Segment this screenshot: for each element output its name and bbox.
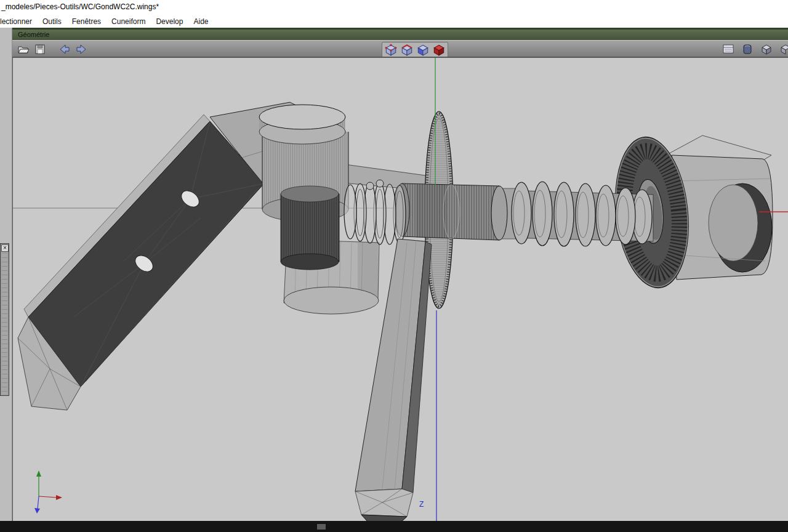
toolbar-left-group: [16, 42, 89, 56]
edge-mode-button[interactable]: [400, 42, 414, 57]
window-title: _modeles/Pieces-Outils/WC/GondWC2C.wings…: [0, 0, 788, 15]
menu-item-cuneiform[interactable]: Cuneiform: [111, 17, 145, 26]
toolbar-right-group: [721, 42, 788, 56]
menu-item-outils[interactable]: Outils: [42, 17, 62, 26]
taskbar-item[interactable]: [317, 524, 326, 530]
z-axis-label: Z: [419, 500, 424, 509]
clipped-cube-icon: [779, 43, 788, 55]
body-mode-cube-icon: [432, 43, 446, 57]
selection-mode-group: [382, 42, 448, 57]
side-palette-window: ×: [0, 243, 9, 396]
view-options-button[interactable]: [721, 42, 736, 56]
wire-cube-icon: [760, 43, 773, 55]
vertex-mode-button[interactable]: [384, 42, 398, 57]
viewport-canvas[interactable]: Z: [12, 57, 788, 521]
geometry-window-titlebar[interactable]: Géométrie: [12, 30, 788, 40]
save-button[interactable]: [33, 42, 47, 56]
save-floppy-icon: [34, 43, 46, 55]
palette-rows[interactable]: [2, 254, 7, 394]
body-mode-button[interactable]: [432, 42, 446, 57]
edge-mode-cube-icon: [400, 43, 414, 57]
menu-bar: lectionner Outils Fenêtres Cuneiform Dev…: [0, 15, 788, 28]
menu-item-fenetres[interactable]: Fenêtres: [72, 17, 101, 26]
toolbar: [12, 40, 788, 57]
redo-button[interactable]: [74, 42, 89, 56]
undo-button[interactable]: [57, 42, 72, 56]
menu-item-aide[interactable]: Aide: [193, 17, 208, 26]
open-button[interactable]: [16, 42, 31, 56]
redo-arrow-icon: [75, 43, 87, 55]
axes-toggle-button[interactable]: [759, 42, 774, 56]
vertex-mode-cube-icon: [384, 43, 398, 57]
model-render: [13, 58, 788, 522]
face-mode-cube-icon: [416, 43, 430, 57]
status-bar: [0, 521, 788, 532]
menu-item-selectionner[interactable]: lectionner: [0, 17, 32, 26]
clipped-edge-button[interactable]: [778, 42, 788, 56]
menu-item-develop[interactable]: Develop: [156, 17, 183, 26]
face-mode-button[interactable]: [416, 42, 430, 57]
shaded-view-icon: [741, 43, 754, 55]
view-options-icon: [722, 43, 734, 55]
palette-close-button[interactable]: ×: [1, 244, 9, 252]
open-folder-icon: [17, 43, 30, 55]
shade-toggle-button[interactable]: [740, 42, 755, 56]
undo-arrow-icon: [58, 43, 71, 55]
